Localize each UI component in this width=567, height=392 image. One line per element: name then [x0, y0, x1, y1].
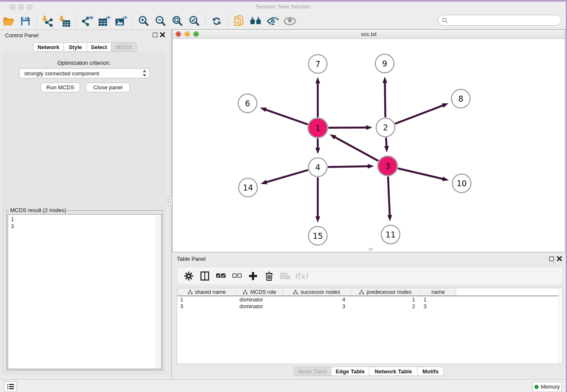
attribute-type-icon	[359, 290, 364, 294]
close-table-panel-icon[interactable]	[557, 256, 562, 261]
export-network-icon[interactable]	[79, 14, 96, 28]
result-scrollbar[interactable]	[156, 215, 161, 368]
table-header-row: shared nameMCDS rolesuccessor nodesprede…	[177, 288, 562, 296]
graph-edge-2-8[interactable]	[395, 105, 443, 124]
tab-mcds[interactable]: MCDS	[111, 42, 137, 52]
graph-edge-2-9[interactable]	[385, 82, 385, 117]
export-image-icon[interactable]	[113, 14, 129, 28]
open-file-icon[interactable]	[0, 14, 17, 28]
close-panel-icon[interactable]	[160, 32, 165, 37]
graph-edge-arrow	[316, 216, 320, 223]
column-label: MCDS role	[250, 289, 276, 295]
table-cell[interactable]: 3	[283, 303, 351, 310]
table-cell[interactable]: 1	[421, 296, 456, 303]
table-cell[interactable]: 2	[351, 303, 421, 310]
save-session-icon[interactable]	[17, 14, 34, 28]
graph-edge-1-6[interactable]	[265, 110, 308, 124]
column-header-predecessor-nodes[interactable]: predecessor nodes	[351, 288, 421, 295]
graph-edge-3-11[interactable]	[388, 177, 390, 216]
graph-edge-arrow	[442, 177, 449, 181]
column-label: shared name	[195, 289, 226, 295]
network-window-titlebar[interactable]: × − + scc.txt	[173, 30, 565, 39]
graph-edge-4-3[interactable]	[328, 166, 369, 167]
graph-edge-1-2[interactable]	[328, 127, 367, 128]
import-table-icon[interactable]	[56, 14, 73, 28]
graph-node-label: 10	[457, 179, 467, 188]
table-row[interactable]: 3dominator323	[177, 303, 562, 310]
toolbar-separator	[132, 15, 132, 27]
zoom-out-icon[interactable]	[152, 14, 169, 28]
table-cell[interactable]: dominator	[237, 303, 283, 310]
network-resize-grip[interactable]	[369, 248, 372, 251]
column-label: successor nodes	[300, 289, 340, 295]
criterion-select[interactable]: strongly connected component	[19, 68, 150, 78]
zoom-in-icon[interactable]	[135, 14, 152, 28]
table-scrollbar[interactable]	[559, 288, 562, 364]
graph-edge-arrow	[261, 180, 267, 185]
graph-edge-2-3[interactable]	[386, 138, 386, 147]
tab-style[interactable]: Style	[64, 42, 87, 52]
mcds-result-title: MCDS result (2 nodes)	[9, 207, 67, 213]
graph-node-label: 8	[458, 94, 463, 103]
refresh-icon[interactable]	[208, 14, 225, 28]
zoom-selected-icon[interactable]	[186, 14, 203, 28]
graph-edge-arrow	[368, 164, 374, 168]
graph-edge-3-1[interactable]	[335, 137, 379, 161]
tab-network-table[interactable]: Network Table	[369, 367, 418, 376]
graph-edge-3-10[interactable]	[398, 168, 443, 179]
mcds-result-group: MCDS result (2 nodes) 1 3	[6, 210, 163, 370]
table-cell[interactable]: 3	[421, 303, 456, 310]
graph-edge-arrow	[316, 148, 320, 154]
float-table-panel-icon[interactable]	[549, 257, 554, 261]
table-panel-title: Table Panel	[177, 256, 206, 262]
settings-gear-icon[interactable]	[183, 271, 194, 282]
tab-select[interactable]: Select	[87, 42, 111, 52]
run-mcds-button[interactable]: Run MCDS	[41, 83, 80, 92]
select-all-icon[interactable]	[215, 271, 226, 282]
table-cell[interactable]: 4	[283, 296, 351, 303]
graph-edge-arrow	[330, 134, 336, 139]
show-all-icon[interactable]	[248, 14, 264, 28]
column-header-shared-name[interactable]: shared name	[177, 288, 237, 295]
network-title: scc.txt	[173, 31, 565, 37]
table-row[interactable]: 1dominator411	[177, 296, 562, 303]
mcds-result-list[interactable]: 1 3	[8, 214, 162, 369]
table-toolbar: f(x)	[177, 267, 563, 285]
tab-network[interactable]: Network	[33, 42, 64, 52]
float-panel-icon[interactable]	[153, 33, 157, 37]
table-cell[interactable]: dominator	[237, 296, 283, 303]
deselect-all-icon[interactable]	[231, 271, 242, 282]
graph-node-label: 15	[313, 231, 323, 240]
tab-node-table[interactable]: Node Table	[294, 367, 331, 376]
list-icon	[7, 384, 14, 389]
title-bar: Session: New Session	[0, 2, 566, 13]
close-panel-button[interactable]: Close panel	[86, 83, 130, 92]
graph-node-label: 9	[382, 59, 387, 68]
column-header-MCDS-role[interactable]: MCDS role	[237, 288, 283, 295]
delete-column-icon[interactable]	[264, 271, 275, 282]
graph-node-label: 11	[385, 230, 396, 239]
hide-selected-icon[interactable]	[264, 14, 281, 28]
zoom-fit-icon[interactable]	[169, 14, 186, 28]
table-cell[interactable]: 1	[351, 296, 421, 303]
show-hidden-icon[interactable]	[281, 14, 298, 28]
export-table-icon[interactable]	[96, 14, 113, 28]
network-canvas[interactable]: 7968124314101511	[173, 39, 565, 252]
table-cell[interactable]: 3	[177, 303, 237, 310]
table-cell[interactable]: 1	[177, 296, 237, 303]
tab-edge-table[interactable]: Edge Table	[331, 367, 369, 376]
duplicate-network-icon[interactable]	[231, 14, 248, 28]
column-visibility-icon[interactable]	[199, 271, 210, 282]
graph-edge-4-14[interactable]	[266, 170, 308, 182]
attribute-type-icon	[243, 290, 248, 294]
column-header-name[interactable]: name	[421, 288, 456, 295]
tab-motifs[interactable]: Motifs	[418, 367, 444, 376]
add-column-icon[interactable]	[248, 271, 259, 282]
memory-button[interactable]: Memory	[532, 382, 562, 392]
import-network-icon[interactable]	[39, 14, 56, 28]
search-field[interactable]	[438, 15, 561, 26]
criterion-selected-value: strongly connected component	[24, 70, 142, 77]
column-header-successor-nodes[interactable]: successor nodes	[283, 288, 351, 295]
search-input[interactable]	[450, 16, 561, 25]
task-history-button[interactable]	[4, 381, 17, 392]
